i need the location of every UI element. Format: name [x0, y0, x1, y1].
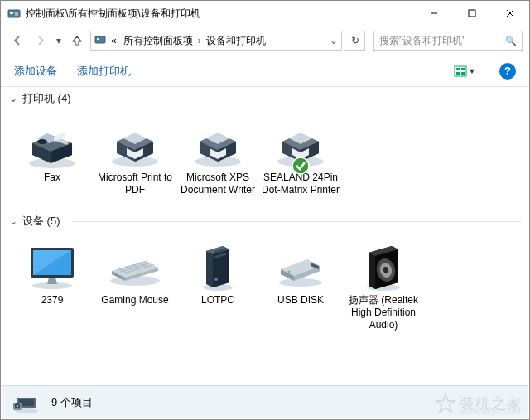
device-item[interactable]: SEALAND 24Pin Dot-Matrix Printer	[259, 113, 342, 200]
usbdisk-icon	[271, 239, 330, 292]
svg-point-14	[292, 157, 309, 174]
breadcrumb-part-1[interactable]: 设备和打印机	[205, 34, 267, 48]
fax-icon	[22, 117, 82, 170]
help-button[interactable]: ?	[499, 63, 516, 80]
speaker-icon	[354, 239, 413, 292]
chevron-down-icon: ⌄	[9, 215, 17, 227]
svg-rect-10	[456, 68, 460, 70]
watermark-url: www.lotpc.com	[460, 407, 521, 416]
view-options-button[interactable]: ▼	[450, 61, 479, 81]
add-printer-link[interactable]: 添加打印机	[77, 64, 131, 79]
svg-point-20	[17, 404, 19, 407]
content-area: ⌄打印机 (4)FaxMicrosoft Print to PDFMicroso…	[1, 87, 529, 387]
device-item[interactable]: LOTPC	[176, 236, 259, 335]
status-device-icon	[12, 391, 41, 414]
group-label: 设备 (5)	[22, 214, 60, 229]
address-bar[interactable]: « 所有控制面板项 › 设备和打印机 ⌄	[90, 31, 342, 51]
group-header[interactable]: ⌄设备 (5)	[1, 210, 529, 233]
breadcrumb-prefix: «	[109, 35, 118, 46]
svg-rect-1	[10, 12, 13, 14]
device-item[interactable]: 2379	[11, 236, 94, 335]
device-label: LOTPC	[201, 294, 234, 307]
navigation-bar: ▾ « 所有控制面板项 › 设备和打印机 ⌄ ↻ 搜索"设备和打印机" 🔍	[1, 26, 529, 56]
window-title: 控制面板\所有控制面板项\设备和打印机	[26, 7, 415, 21]
watermark: 装机之家 www.lotpc.com	[435, 393, 523, 414]
monitor-icon	[22, 239, 82, 292]
address-dropdown-icon[interactable]: ⌄	[330, 35, 338, 46]
device-item[interactable]: USB DISK	[259, 236, 342, 335]
nav-back-button[interactable]	[7, 31, 27, 51]
svg-rect-13	[461, 72, 465, 75]
svg-rect-9	[455, 66, 466, 76]
minimize-button[interactable]	[415, 1, 453, 26]
title-bar: 控制面板\所有控制面板项\设备和打印机	[1, 1, 529, 26]
breadcrumb-part-0[interactable]: 所有控制面板项	[122, 34, 195, 48]
device-item[interactable]: Microsoft XPS Document Writer	[176, 113, 259, 200]
device-label: Microsoft XPS Document Writer	[178, 171, 258, 196]
group-items: FaxMicrosoft Print to PDFMicrosoft XPS D…	[1, 110, 529, 210]
svg-rect-8	[97, 38, 99, 40]
add-device-link[interactable]: 添加设备	[14, 64, 57, 79]
svg-rect-11	[461, 68, 465, 70]
maximize-button[interactable]	[453, 1, 491, 26]
svg-rect-4	[469, 10, 475, 17]
keyboard-icon	[105, 239, 165, 292]
device-label: USB DISK	[277, 294, 324, 307]
device-item[interactable]: 扬声器 (Realtek High Definition Audio)	[342, 236, 425, 335]
default-badge-icon	[292, 157, 310, 175]
group-items: 2379Gaming MouseLOTPCUSB DISK扬声器 (Realte…	[1, 233, 529, 345]
nav-history-dropdown[interactable]: ▾	[54, 35, 64, 46]
device-label: 2379	[41, 294, 64, 307]
group-header[interactable]: ⌄打印机 (4)	[1, 87, 529, 110]
printer-icon	[271, 117, 330, 170]
svg-rect-12	[456, 72, 460, 75]
command-bar: 添加设备 添加打印机 ▼ ?	[1, 56, 529, 87]
titlebar-app-icon	[7, 7, 21, 20]
device-label: 扬声器 (Realtek High Definition Audio)	[344, 294, 423, 331]
addressbar-app-icon	[94, 34, 106, 48]
device-label: Gaming Mouse	[101, 294, 168, 307]
refresh-button[interactable]: ↻	[345, 31, 365, 51]
tower-icon	[188, 239, 248, 292]
nav-up-button[interactable]	[67, 31, 87, 51]
printer-icon	[188, 117, 248, 170]
search-box[interactable]: 搜索"设备和打印机" 🔍	[373, 31, 523, 51]
breadcrumb-sep: ›	[198, 35, 201, 46]
chevron-down-icon: ⌄	[9, 93, 17, 104]
device-item[interactable]: Fax	[11, 113, 94, 200]
search-icon: 🔍	[505, 36, 517, 46]
device-label: SEALAND 24Pin Dot-Matrix Printer	[261, 171, 340, 196]
printer-icon	[105, 117, 165, 170]
group-label: 打印机 (4)	[22, 91, 71, 106]
device-item[interactable]: Gaming Mouse	[94, 236, 176, 335]
svg-rect-2	[15, 12, 18, 16]
device-label: Fax	[44, 171, 60, 184]
status-item-count: 9 个项目	[51, 395, 93, 410]
device-item[interactable]: Microsoft Print to PDF	[94, 113, 176, 200]
nav-forward-button[interactable]	[31, 31, 51, 51]
search-placeholder: 搜索"设备和打印机"	[379, 34, 502, 48]
device-label: Microsoft Print to PDF	[95, 171, 175, 196]
svg-rect-7	[95, 36, 105, 43]
close-button[interactable]	[491, 1, 529, 26]
